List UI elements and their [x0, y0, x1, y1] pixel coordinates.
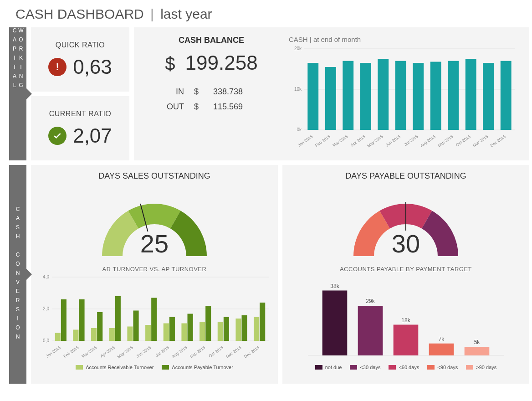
alert-icon: !	[48, 58, 66, 76]
svg-rect-62	[205, 306, 211, 341]
current-ratio-title: CURRENT RATIO	[49, 110, 112, 118]
svg-text:10k: 10k	[294, 87, 302, 92]
dso-value: 25	[38, 229, 271, 258]
cash-balance-amount: 199.258	[185, 51, 258, 74]
svg-rect-8	[325, 67, 336, 130]
svg-rect-18	[413, 63, 424, 130]
svg-text:Apr 2015: Apr 2015	[350, 134, 366, 147]
ap-target-legend: not due <30 days <60 days <90 days >90 d…	[290, 365, 522, 370]
svg-text:Aug 2015: Aug 2015	[419, 134, 436, 148]
legend-swatch-lt60	[389, 365, 396, 370]
legend-swatch-ar	[76, 365, 83, 370]
tab-cash-conversion-label: CASH CONVERSION	[15, 206, 21, 343]
svg-text:20k: 20k	[294, 46, 302, 51]
cash-balance-currency: $	[165, 53, 175, 74]
svg-rect-68	[242, 315, 247, 341]
legend-ar: Accounts Receivable Turnover	[86, 365, 153, 370]
svg-text:2,0: 2,0	[43, 306, 49, 311]
tab-working-capital-label: WORKING CAPITAL	[11, 27, 24, 160]
cash-month-chart: 0k10k20kJan 2015Feb 2015Mar 2015Apr 2015…	[289, 46, 517, 151]
svg-rect-64	[218, 322, 223, 341]
svg-rect-46	[109, 328, 115, 341]
svg-rect-75	[322, 291, 348, 356]
dpo-card: DAYS PAYABLE OUTSTANDING 30 ACCOUNTS PAY…	[282, 165, 529, 384]
svg-rect-71	[260, 303, 265, 341]
svg-rect-22	[448, 61, 459, 130]
cash-out-value: 115.569	[213, 102, 259, 112]
svg-text:Oct 2015: Oct 2015	[208, 345, 224, 358]
svg-rect-77	[358, 306, 383, 355]
svg-text:Jun 2015: Jun 2015	[135, 345, 152, 358]
svg-rect-52	[145, 325, 151, 341]
svg-rect-12	[360, 63, 371, 130]
cash-balance-title: CASH BALANCE	[179, 36, 244, 45]
ap-target-chart-title: ACCOUNTS PAYABLE BY PAYMENT TARGET	[290, 266, 522, 272]
svg-rect-47	[115, 296, 121, 341]
svg-text:May 2015: May 2015	[366, 134, 384, 148]
current-ratio-card: CURRENT RATIO 2,07	[31, 96, 129, 160]
svg-text:Feb 2015: Feb 2015	[63, 345, 80, 359]
svg-rect-26	[483, 63, 494, 130]
svg-rect-20	[430, 62, 441, 130]
legend-swatch-notdue	[315, 365, 322, 370]
svg-text:Feb 2015: Feb 2015	[314, 134, 331, 148]
legend-swatch-gt90	[466, 365, 473, 370]
svg-text:Oct 2015: Oct 2015	[455, 134, 471, 147]
title-sub: last year	[160, 6, 212, 21]
title-main: CASH DASHBOARD	[15, 6, 144, 21]
svg-rect-65	[224, 317, 229, 341]
svg-rect-41	[79, 299, 85, 341]
legend-swatch-lt30	[350, 365, 357, 370]
tab-cash-conversion[interactable]: CASH CONVERSION	[9, 165, 26, 384]
legend-notdue: not due	[325, 365, 342, 370]
legend-swatch-ap	[162, 365, 169, 370]
svg-rect-83	[465, 347, 490, 355]
svg-rect-70	[254, 317, 259, 341]
svg-text:Mar 2015: Mar 2015	[332, 134, 349, 148]
svg-rect-28	[501, 61, 512, 130]
quick-ratio-value: 0,63	[73, 56, 112, 78]
svg-text:Jun 2015: Jun 2015	[385, 134, 401, 147]
svg-rect-59	[188, 314, 193, 341]
legend-lt60: <60 days	[399, 365, 419, 370]
svg-rect-37	[55, 333, 61, 341]
svg-text:Sep 2015: Sep 2015	[189, 345, 206, 359]
legend-gt90: >90 days	[476, 365, 496, 370]
svg-text:Aug 2015: Aug 2015	[171, 345, 188, 359]
svg-rect-44	[97, 312, 102, 341]
legend-ap: Accounts Payable Turnover	[172, 365, 233, 370]
svg-text:0k: 0k	[297, 127, 302, 132]
svg-text:Dec 2015: Dec 2015	[243, 345, 260, 359]
svg-rect-24	[466, 59, 476, 130]
dpo-title: DAYS PAYABLE OUTSTANDING	[290, 171, 522, 181]
svg-text:Sep 2015: Sep 2015	[437, 134, 454, 148]
svg-text:38k: 38k	[330, 283, 339, 289]
cash-balance-card: CASH BALANCE $ 199.258 IN $ 338.738 OUT	[134, 27, 529, 160]
page-title: CASH DASHBOARD | last year	[15, 6, 523, 22]
quick-ratio-card: QUICK RATIO ! 0,63	[31, 27, 129, 92]
svg-rect-14	[378, 59, 389, 130]
svg-rect-56	[169, 317, 175, 341]
svg-text:4,0: 4,0	[43, 275, 49, 279]
svg-rect-16	[395, 61, 406, 130]
turnover-chart: 0,02,04,0Jan 2015Feb 2015Mar 2015Apr 201…	[38, 275, 271, 362]
cash-in-currency: $	[194, 87, 203, 97]
svg-text:18k: 18k	[401, 317, 410, 324]
svg-rect-55	[164, 324, 169, 341]
quick-ratio-title: QUICK RATIO	[56, 41, 105, 49]
cash-out-currency: $	[194, 102, 203, 112]
tab-working-capital[interactable]: WORKING CAPITAL	[9, 27, 26, 160]
legend-lt90: <90 days	[437, 365, 458, 370]
turnover-legend: Accounts Receivable Turnover Accounts Pa…	[38, 365, 271, 370]
legend-swatch-lt90	[427, 365, 435, 370]
legend-lt30: <30 days	[360, 365, 380, 370]
ap-target-chart: 38k29k18k7k5k	[290, 275, 522, 362]
svg-rect-53	[151, 298, 157, 341]
svg-text:Jul 2015: Jul 2015	[154, 345, 170, 358]
svg-text:29k: 29k	[366, 298, 375, 304]
svg-text:Nov 2015: Nov 2015	[225, 345, 242, 359]
dso-title: DAYS SALES OUTSTANDING	[38, 171, 271, 181]
cash-in-value: 338.738	[213, 87, 259, 97]
svg-rect-61	[200, 322, 205, 341]
svg-rect-50	[133, 311, 139, 341]
